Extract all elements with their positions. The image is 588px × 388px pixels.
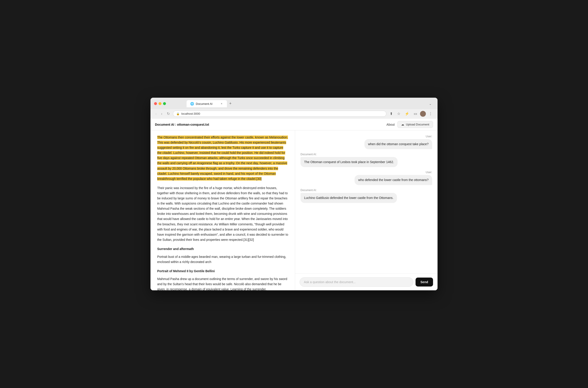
document-panel[interactable]: The Ottomans then concentrated their eff… xyxy=(151,130,295,290)
chat-input[interactable] xyxy=(300,277,413,287)
app-content: Document AI : ottoman-conquest.txt About… xyxy=(151,119,437,290)
extensions-button[interactable]: ⚡ xyxy=(403,110,411,117)
share-icon: ⬆ xyxy=(390,112,393,116)
title-bar: 🌐 Document AI × + ⌄ xyxy=(151,98,437,109)
message-bubble-3: who defended the lower castle from the o… xyxy=(354,175,432,185)
message-sender-1: User: xyxy=(426,135,432,138)
header-actions: About ☁ Upload Document xyxy=(386,121,433,128)
message-row-1: User: when did the ottoman conquest take… xyxy=(300,135,432,149)
send-button[interactable]: Send xyxy=(416,278,433,287)
tab-close-icon[interactable]: × xyxy=(220,102,223,105)
message-sender-2: Document AI: xyxy=(300,153,317,156)
highlighted-paragraph: The Ottomans then concentrated their eff… xyxy=(157,135,288,181)
message-sender-4: Document AI: xyxy=(300,189,317,192)
extensions-icon: ⚡ xyxy=(405,112,409,116)
reader-view-button[interactable]: ▭ xyxy=(412,110,419,117)
toolbar-actions: ⬆ ☆ ⚡ ▭ ⋮ xyxy=(388,110,434,117)
browser-chrome: 🌐 Document AI × + ⌄ ‹ › ↻ 🔒 localhost:30… xyxy=(151,98,437,119)
address-bar: ‹ › ↻ 🔒 localhost:3000 ⬆ ☆ ⚡ ▭ xyxy=(151,109,437,119)
url-text: localhost:3000 xyxy=(181,112,383,115)
tab-list-chevron[interactable]: ⌄ xyxy=(427,100,434,107)
url-bar[interactable]: 🔒 localhost:3000 xyxy=(173,111,386,117)
app-title: Document AI : ottoman-conquest.txt xyxy=(155,123,209,126)
upload-cloud-icon: ☁ xyxy=(401,123,404,126)
main-layout: The Ottomans then concentrated their eff… xyxy=(151,130,437,290)
paragraph-3-portrait-desc: Portrait bust of a middle-ages bearded m… xyxy=(157,254,288,265)
tab-label: Document AI xyxy=(196,102,218,105)
menu-icon: ⋮ xyxy=(429,112,432,116)
chat-input-area: Send xyxy=(295,273,437,290)
chat-panel: User: when did the ottoman conquest take… xyxy=(295,130,437,290)
maximize-button[interactable] xyxy=(163,102,166,105)
message-row-2: Document AI: The Ottoman conquest of Les… xyxy=(300,153,432,167)
window-controls xyxy=(154,102,166,105)
lock-icon: 🔒 xyxy=(176,112,180,115)
forward-button[interactable]: › xyxy=(160,111,163,117)
message-row-4: Document AI: Luchino Gattilusio defended… xyxy=(300,189,432,203)
minimize-button[interactable] xyxy=(159,102,161,105)
message-bubble-1: when did the ottoman conquest take place… xyxy=(364,139,432,149)
message-sender-3: User: xyxy=(426,171,432,174)
menu-button[interactable]: ⋮ xyxy=(427,110,434,117)
section-heading-portrait: Portrait of Mehmed II by Gentile Bellini xyxy=(157,268,288,274)
share-button[interactable]: ⬆ xyxy=(388,110,394,117)
tab-bar: 🌐 Document AI × + xyxy=(169,100,252,107)
close-button[interactable] xyxy=(154,102,157,105)
refresh-button[interactable]: ↻ xyxy=(165,111,171,117)
bookmark-icon: ☆ xyxy=(397,112,400,116)
reader-icon: ▭ xyxy=(414,112,417,116)
message-bubble-2: The Ottoman conquest of Lesbos took plac… xyxy=(300,157,398,167)
section-heading-surrender: Surrender and aftermath xyxy=(157,246,288,252)
new-tab-button[interactable]: + xyxy=(227,100,234,107)
message-row-3: User: who defended the lower castle from… xyxy=(300,171,432,185)
browser-window: 🌐 Document AI × + ⌄ ‹ › ↻ 🔒 localhost:30… xyxy=(151,98,437,290)
active-tab[interactable]: 🌐 Document AI × xyxy=(187,100,227,107)
profile-avatar[interactable] xyxy=(420,111,426,117)
upload-document-button[interactable]: ☁ Upload Document xyxy=(397,121,433,128)
app-header: Document AI : ottoman-conquest.txt About… xyxy=(151,119,437,130)
paragraph-2: Their panic was increased by the fire of… xyxy=(157,186,288,242)
paragraph-4: Mahmud Pasha drew up a document outlinin… xyxy=(157,276,288,290)
upload-button-label: Upload Document xyxy=(406,123,429,126)
tab-favicon: 🌐 xyxy=(190,102,194,105)
highlight-text: The Ottomans then concentrated their eff… xyxy=(157,136,288,181)
chat-messages: User: when did the ottoman conquest take… xyxy=(295,130,437,273)
message-bubble-4: Luchino Gattilusio defended the lower ca… xyxy=(300,193,397,203)
back-button[interactable]: ‹ xyxy=(154,111,158,117)
bookmark-button[interactable]: ☆ xyxy=(396,110,402,117)
about-link[interactable]: About xyxy=(386,123,395,126)
